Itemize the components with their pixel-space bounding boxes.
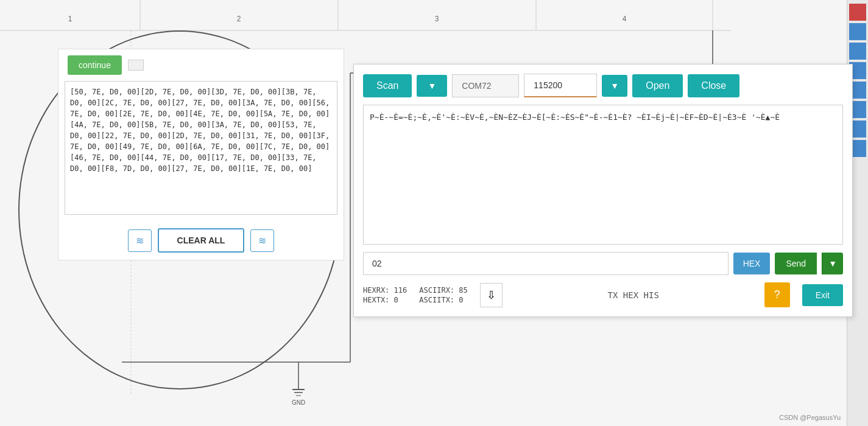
sidebar-btn-2[interactable] [849,23,866,40]
help-button[interactable]: ? [764,282,790,307]
clear-all-button[interactable]: CLEAR ALL [158,228,245,253]
ascii-status-section: ASCIIRX: 85 ASCIITX: 0 [419,286,467,304]
continue-ext-button[interactable] [128,60,144,71]
hex-display: [50, 7E, D0, 00][2D, 7E, D0, 00][3D, 7E,… [65,81,337,215]
svg-text:4: 4 [623,15,627,23]
hexrx-label: HEXRX: 116 [363,286,407,295]
continue-button[interactable]: continue [68,55,122,75]
svg-text:2: 2 [237,15,241,23]
send-row: HEX Send ▼ [363,252,843,275]
asciirx-label: ASCIIRX: 85 [419,286,467,295]
sidebar-btn-3[interactable] [849,43,866,60]
watermark: CSDN @PegasusYu [779,414,841,421]
sidebar-btn-1[interactable] [849,4,866,21]
asciitx-label: ASCIITX: 0 [419,296,467,304]
hextx-value: 0 [394,296,398,304]
send-dropdown-button[interactable]: ▼ [822,253,843,274]
continue-btn-area: continue [58,49,344,81]
hex-button[interactable]: HEX [733,253,771,274]
scan-button[interactable]: Scan [363,74,412,97]
download-button[interactable]: ⇩ [480,283,503,307]
close-button[interactable]: Close [688,74,739,97]
hextx-label: HEXTX: 0 [363,296,407,304]
asciitx-value: 0 [459,296,463,304]
serial-output: P~È-~È=~È;~È,~È'~È:~ÈV~È,~ÈN~ÈZ~ÈJ~È[~È:… [363,105,843,245]
bottom-buttons: ≋ CLEAR ALL ≋ [58,221,344,260]
open-button[interactable]: Open [632,74,683,97]
svg-text:1: 1 [68,15,72,23]
asciirx-value: 85 [459,286,467,295]
send-input[interactable] [363,252,729,275]
port-dropdown-button[interactable]: ▼ [417,75,447,97]
left-panel: continue [50, 7E, D0, 00][2D, 7E, D0, 00… [58,49,344,260]
right-icon-button[interactable]: ≋ [250,229,274,252]
status-row: HEXRX: 116 HEXTX: 0 ASCIIRX: 85 ASCIITX:… [363,282,843,307]
exit-button[interactable]: Exit [802,284,843,306]
hexrx-value: 116 [394,286,408,295]
baud-dropdown-button[interactable]: ▼ [602,75,627,97]
svg-text:GND: GND [292,399,305,406]
svg-text:3: 3 [435,15,439,23]
rx-status-section: HEXRX: 116 HEXTX: 0 [363,286,407,304]
serial-panel: Scan ▼ ▼ Open Close P~È-~È=~È;~È,~È'~È:~… [353,64,853,317]
baud-input[interactable] [524,74,597,97]
serial-toolbar: Scan ▼ ▼ Open Close [363,74,843,97]
send-button[interactable]: Send [775,253,817,274]
left-icon-button[interactable]: ≋ [128,229,152,252]
port-input[interactable] [452,74,519,97]
tx-hex-his-label: TX HEX HIS [515,290,752,300]
